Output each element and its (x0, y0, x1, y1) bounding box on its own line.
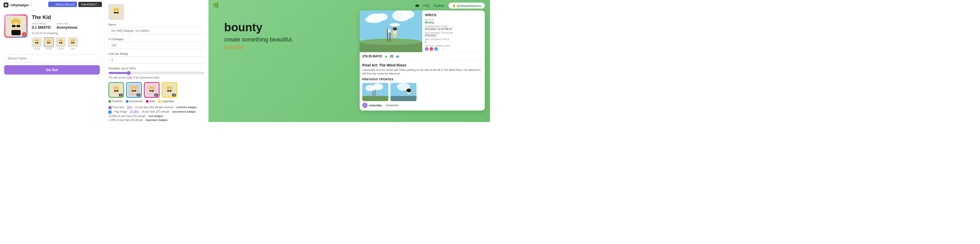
nav-faq[interactable]: FAQ (423, 4, 430, 8)
spec-deadline-value: 4/31/2022 (425, 34, 482, 37)
version-badge: α (30, 4, 32, 6)
badges-input[interactable] (108, 42, 204, 49)
svg-rect-20 (49, 42, 50, 43)
card-specs: SPECS Status Minting Fundraising ends: 3… (422, 10, 485, 52)
spec-fundraising: Fundraising ends: 3/31/2022 11:59 PM ET (425, 25, 482, 30)
update-user: w wobsobby Uncommon (362, 103, 482, 108)
svg-rect-55 (167, 90, 169, 91)
legend-label-uncommon: Uncommon (129, 100, 143, 103)
dist-text-common: of your fans (50) will get common (135, 106, 173, 109)
name-input[interactable] (108, 27, 204, 34)
legend-dot-legendary (158, 100, 161, 103)
spec-vip-label: VIP collaborators: (425, 45, 482, 47)
nft-image: 1 (4, 14, 28, 38)
card-body: Pixel Art: The Wind Rises I absolutely l… (360, 60, 485, 110)
spec-min-reserve-value: 5 (425, 41, 482, 43)
vip-avatars: v v v (425, 47, 482, 51)
svg-rect-40 (114, 90, 116, 91)
variant-label-2: 2/2 left (57, 48, 64, 50)
spec-fundraising-value: 3/31/2022 11:59 PM ET (425, 28, 482, 30)
variant-img-rare (56, 37, 66, 47)
legend-label-legendary: Legendary (162, 100, 174, 103)
svg-rect-77 (373, 91, 373, 96)
go-live-button[interactable]: Go live (4, 65, 100, 75)
variant-label-1: 4/4 left (46, 48, 52, 50)
vip-avatar-2: v (430, 47, 433, 51)
nft-details: The Kid Mint Price 0.1 $MATIC Creator An… (32, 14, 100, 50)
legend-dot-rare (146, 100, 149, 103)
legend-legendary: Legendary (158, 100, 174, 103)
svg-rect-10 (11, 30, 21, 35)
wallet-address-button[interactable]: 0xfe439fe07... (78, 2, 102, 7)
stream-name-input[interactable] (4, 54, 100, 62)
svg-rect-46 (134, 90, 136, 91)
svg-point-76 (373, 83, 383, 90)
bounty-project-card: SPECS Status Minting Fundraising ends: 3… (360, 10, 485, 110)
svg-point-1 (5, 5, 6, 5)
middle-panel: Name # of Badges Cost per Badge Royaltie… (104, 0, 208, 122)
user-name: wobsobby (369, 104, 382, 107)
svg-point-83 (406, 89, 411, 92)
card-top: SPECS Status Minting Fundraising ends: 3… (360, 10, 485, 52)
legend-label-common: Common (112, 100, 123, 103)
update-img-2 (390, 83, 417, 101)
dist-text-uncommon: of your fans (37) will get (142, 110, 169, 113)
distribution-section: Font color 50% of your fans (50) will ge… (108, 106, 204, 121)
badge-item-rare: 88 (144, 82, 159, 98)
royalties-section: Royalties (up to 50%) You will receive 1… (108, 67, 204, 79)
mint-price-block: Mint Price 0.1 $MATIC (32, 22, 51, 30)
card-stats-bar: 279.35 MATIC ◈ 22 👥 (360, 52, 485, 60)
mint-price-value: 0.1 $MATIC (32, 25, 51, 29)
svg-point-72 (390, 23, 400, 26)
update-img-1 (362, 83, 388, 101)
dist-text-rare: 10.94% of your fans (10) will get (108, 115, 146, 118)
royalties-percent: 10% (127, 76, 132, 79)
dist-checkbox-hug[interactable]: ✓ (108, 110, 111, 114)
legend-uncommon: Uncommon (126, 100, 143, 103)
card-artwork (360, 10, 422, 52)
mint-price-label: Mint Price (32, 22, 51, 25)
legend-common: Common (108, 100, 123, 103)
dist-row-common: Font color 50% of your fans (50) will ge… (108, 106, 204, 109)
connect-wallet-button[interactable]: 💰 kumsqualexpress (449, 3, 485, 9)
add-to-discord-button[interactable]: 🎮 Add to Discord (48, 2, 77, 7)
cost-field-group: Cost per Badge (108, 52, 204, 64)
badge-num-legendary: 28 (172, 94, 176, 96)
svg-rect-74 (362, 96, 388, 101)
royalties-label: Royalties (up to 50%) (108, 67, 204, 70)
svg-rect-78 (375, 91, 375, 96)
dist-label-hug: Hug Image (115, 110, 127, 113)
nav-explore[interactable]: Explore (434, 4, 444, 8)
svg-rect-41 (116, 90, 118, 91)
nav-discord[interactable] (415, 4, 419, 8)
svg-rect-6 (12, 25, 15, 27)
bounty-logo-area: 🌿 (213, 2, 219, 8)
nft-content: 1 The Kid Mint Price 0.1 $MATIC Creator … (0, 10, 104, 54)
wallet-icon: 💰 (452, 4, 456, 7)
legend-rare: Rare (146, 100, 155, 103)
dist-row-rare: 10.94% of your fans (10) will get rare b… (108, 115, 204, 118)
badge-num-common: 41 (119, 94, 123, 96)
spec-min-reserve-label: Min. Reserve Price (425, 38, 482, 41)
bounty-hero: bounty create something beautiful, toget… (224, 21, 293, 51)
royalties-slider[interactable] (108, 71, 204, 75)
config-preview-image (108, 4, 124, 20)
bounty-subtitle-line2: together (224, 44, 245, 50)
svg-rect-51 (152, 90, 154, 91)
svg-point-2 (6, 5, 7, 5)
svg-rect-14 (35, 42, 37, 43)
badge-grid: 41 31 88 (108, 82, 204, 98)
spec-fundraising-label: Fundraising ends: (425, 25, 482, 28)
svg-point-59 (376, 13, 388, 21)
vip-avatar-3: v (434, 47, 438, 51)
svg-rect-7 (17, 25, 20, 27)
svg-rect-80 (390, 96, 417, 101)
project-description: I absolutely love the scene with Haiku p… (362, 68, 482, 76)
mint-creator-row: Mint Price 0.1 $MATIC Creator Anonymous (32, 22, 100, 30)
svg-rect-67 (388, 29, 390, 32)
legend: Common Uncommon Rare Legendary (108, 100, 204, 103)
dist-rarity-common: common badges (176, 106, 197, 109)
niftybadger-logo-icon (3, 2, 9, 8)
cost-input[interactable] (108, 56, 204, 64)
dist-rarity-uncommon: uncommon badges (172, 110, 196, 113)
